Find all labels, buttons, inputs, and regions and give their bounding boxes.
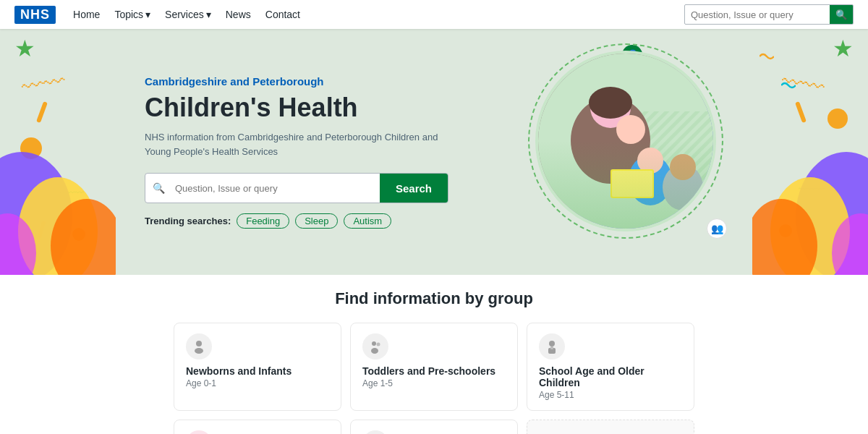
balloon-right [752,130,868,275]
cards-grid: Newborns and Infants Age 0-1 Toddlers an… [174,323,694,434]
hero-search-form: 🔍 Search [145,173,448,203]
nav-services[interactable]: Services ▾ [165,9,211,20]
card-newborns-age: Age 0-1 [186,378,329,388]
nav-search-button[interactable]: 🔍 [830,4,853,25]
svg-point-26 [549,341,555,346]
hero-description: NHS information from Cambridgeshire and … [145,130,448,158]
toddlers-icon [362,333,388,359]
trending-feeding[interactable]: Feeding [237,213,289,229]
chevron-down-icon: ▾ [206,9,211,20]
chevron-down-icon: ▾ [145,9,150,20]
search-icon: 🔍 [145,182,172,194]
hero-image-area: 👤 [535,51,723,246]
circle-decoration [528,43,723,239]
circle-decoration-right [827,109,848,129]
card-newborns[interactable]: Newborns and Infants Age 0-1 [174,323,341,411]
squiggle-decoration-left: 〰〰 [20,69,67,101]
section-title: Find information by group [174,289,694,308]
card-send[interactable]: Additional Needs and SEND All ages [350,420,518,434]
card-teenagers[interactable]: Young People and Teenagers Age 11-19 [174,420,341,434]
card-school-age-age: Age 5-11 [539,390,682,400]
nav-topics[interactable]: Topics ▾ [114,9,150,20]
teenagers-icon [186,430,212,434]
line-decoration-left [36,101,48,123]
trending-autism[interactable]: Autism [344,213,391,229]
hero-search-input[interactable] [172,183,380,194]
card-toddlers-age: Age 1-5 [362,378,506,388]
send-icon [362,430,388,434]
confetti-piece-yellow [760,51,774,64]
card-school-age-title: School Age and Older Children [539,365,682,388]
nav-news[interactable]: News [226,9,251,20]
search-icon: 🔍 [835,9,848,20]
svg-point-21 [196,341,202,346]
navbar: NHS Home Topics ▾ Services ▾ News Contac… [0,0,868,29]
card-empty [527,420,694,434]
nav-links: Home Topics ▾ Services ▾ News Contact [73,9,667,20]
star-decoration: ★ [14,35,35,62]
line-decoration-right [795,101,807,123]
newborns-icon [186,333,212,359]
svg-point-23 [372,341,376,346]
nav-search-input[interactable] [685,9,830,20]
person-icon-bottom: 👥 [707,218,727,239]
nav-contact[interactable]: Contact [265,9,300,20]
hero-search-button[interactable]: Search [380,173,448,203]
card-toddlers[interactable]: Toddlers and Pre-schoolers Age 1-5 [350,323,518,411]
card-toddlers-title: Toddlers and Pre-schoolers [362,365,506,377]
hero-title: Children's Health [145,93,448,122]
hero-content: Cambridgeshire and Peterborough Children… [145,75,448,229]
card-school-age[interactable]: School Age and Older Children Age 5-11 [527,323,694,411]
svg-point-22 [195,348,203,354]
star-decoration-right: ★ [833,35,854,62]
nhs-logo: NHS [14,6,56,24]
trending-section: Trending searches: Feeding Sleep Autism [145,213,448,229]
card-newborns-title: Newborns and Infants [186,365,329,377]
hero-section: ★ ★ 〰〰 〰〰 〰〰〰 〰〰〰 Cambridgeshire and Pet… [0,29,868,275]
svg-point-24 [377,343,380,346]
trending-label: Trending searches: [145,216,231,226]
trending-sleep[interactable]: Sleep [295,213,338,229]
balloon-left [0,130,116,275]
bottom-section: ✦ ✦ Find information by group Newborns a… [0,275,868,434]
nav-home[interactable]: Home [73,9,100,20]
svg-rect-28 [550,346,553,349]
nav-search-form: 🔍 [684,4,854,25]
confetti-piece-teal [781,80,796,93]
school-age-icon [539,333,565,359]
hero-subtitle: Cambridgeshire and Peterborough [145,75,448,88]
svg-point-25 [371,348,378,354]
